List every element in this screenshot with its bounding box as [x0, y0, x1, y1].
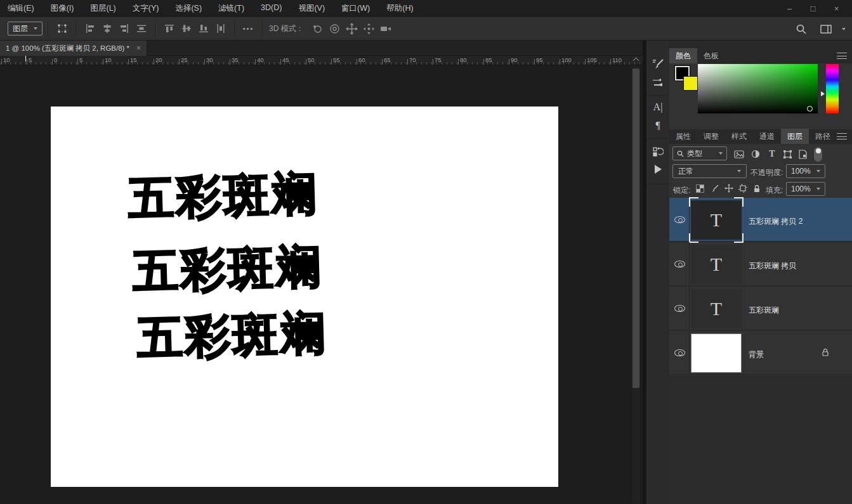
- text-layer-thumbnail[interactable]: T: [691, 289, 742, 328]
- canvas-area[interactable]: 五彩斑斓 五彩斑斓 五彩斑斓: [0, 65, 643, 504]
- 3d-camera-icon[interactable]: [377, 20, 395, 37]
- layer-name[interactable]: 五彩斑斓: [749, 305, 779, 316]
- filter-shape-layers-icon[interactable]: [781, 148, 794, 160]
- ruler-tick: [27, 59, 27, 65]
- document-canvas[interactable]: 五彩斑斓 五彩斑斓 五彩斑斓: [51, 107, 558, 487]
- actions-panel-icon[interactable]: [646, 160, 669, 178]
- align-bottom-edges-icon[interactable]: [195, 20, 212, 37]
- align-left-edges-icon[interactable]: [81, 20, 98, 37]
- filter-smart-objects-icon[interactable]: [796, 148, 809, 160]
- menu-item-8[interactable]: 窗口(W): [341, 3, 370, 14]
- tab-adjustments[interactable]: 调整: [697, 129, 725, 144]
- saturation-brightness-field[interactable]: [698, 64, 818, 113]
- lock-artboard-icon[interactable]: [737, 183, 749, 194]
- filter-pixel-layers-icon[interactable]: [733, 148, 745, 160]
- menu-item-4[interactable]: 选择(S): [175, 3, 202, 14]
- visibility-eye-icon[interactable]: [674, 349, 685, 356]
- search-icon[interactable]: [792, 21, 809, 37]
- layer-row-original[interactable]: T 五彩斑斓: [669, 287, 852, 331]
- align-top-edges-icon[interactable]: [161, 20, 178, 37]
- fill-value: 100%: [791, 184, 811, 193]
- ruler-number: 65: [384, 56, 391, 63]
- lock-label: 锁定:: [673, 185, 690, 196]
- layer-filtering-toggle[interactable]: [814, 147, 822, 162]
- vertical-scrollbar[interactable]: [632, 66, 640, 503]
- hue-slider-handle[interactable]: [821, 91, 825, 96]
- align-horizontal-centers-icon[interactable]: [98, 20, 115, 37]
- menu-item-1[interactable]: 图像(I): [51, 3, 74, 14]
- tab-properties[interactable]: 属性: [669, 129, 697, 144]
- layer-row-copy-2[interactable]: T 五彩斑斓 拷贝 2: [669, 198, 852, 242]
- layer-filter-type-dropdown[interactable]: 类型: [672, 146, 727, 160]
- more-options-button[interactable]: •••: [240, 20, 257, 37]
- lock-image-pixels-icon[interactable]: [709, 183, 721, 194]
- brushes-panel-icon[interactable]: [646, 74, 669, 91]
- 3d-orbit-icon[interactable]: [309, 20, 326, 37]
- filter-type-layers-icon[interactable]: T: [766, 148, 778, 160]
- hue-strip[interactable]: [826, 64, 839, 113]
- maximize-icon[interactable]: □: [801, 0, 825, 17]
- menu-item-3[interactable]: 文字(Y): [133, 3, 159, 14]
- horizontal-ruler[interactable]: 1050510152025303540455055606570758085909…: [0, 56, 643, 65]
- close-icon[interactable]: ×: [825, 0, 848, 17]
- align-right-edges-icon[interactable]: [115, 20, 133, 37]
- text-layer-thumbnail[interactable]: T: [691, 200, 742, 240]
- tab-styles[interactable]: 样式: [725, 129, 753, 144]
- panel-menu-icon[interactable]: [837, 133, 847, 139]
- layer-row-background[interactable]: 背景: [669, 331, 852, 375]
- layer-row-copy[interactable]: T 五彩斑斓 拷贝: [669, 242, 852, 287]
- 3d-slide-icon[interactable]: [360, 20, 377, 37]
- tab-color[interactable]: 颜色: [669, 48, 697, 63]
- tab-layers[interactable]: 图层: [781, 129, 809, 144]
- tab-channels[interactable]: 通道: [753, 129, 781, 144]
- background-color-swatch[interactable]: [683, 76, 698, 91]
- menu-item-9[interactable]: 帮助(H): [386, 3, 413, 14]
- lock-transparency-icon[interactable]: [693, 183, 706, 194]
- paragraph-panel-icon[interactable]: ¶: [646, 117, 669, 134]
- ruler-tick: [610, 59, 611, 65]
- 3d-pan-icon[interactable]: [343, 20, 360, 37]
- tab-close-icon[interactable]: ×: [136, 44, 141, 53]
- menu-item-5[interactable]: 滤镜(T): [218, 3, 244, 14]
- visibility-eye-icon[interactable]: [674, 261, 685, 268]
- menu-item-2[interactable]: 图层(L): [90, 3, 115, 14]
- visibility-eye-icon[interactable]: [674, 305, 685, 312]
- ruler-tick: [52, 59, 53, 65]
- filter-adjustment-layers-icon[interactable]: [749, 148, 762, 160]
- tab-paths[interactable]: 路径: [809, 129, 837, 144]
- character-panel-icon[interactable]: A|: [646, 98, 669, 116]
- minimize-icon[interactable]: –: [778, 0, 801, 17]
- menu-item-6[interactable]: 3D(D): [261, 3, 282, 14]
- vertical-scrollbar-thumb[interactable]: [632, 68, 639, 388]
- tab-swatches[interactable]: 色板: [697, 48, 725, 63]
- layer-name[interactable]: 背景: [749, 349, 764, 360]
- lock-position-icon[interactable]: [723, 183, 735, 194]
- panel-menu-icon[interactable]: [837, 53, 847, 59]
- chevron-down-icon[interactable]: [842, 28, 846, 30]
- canvas-text-line-1[interactable]: 五彩斑斓: [128, 171, 319, 221]
- lock-all-icon[interactable]: [750, 183, 763, 194]
- fill-input[interactable]: 100%: [786, 182, 825, 196]
- auto-select-dropdown[interactable]: 图层: [8, 22, 43, 36]
- align-vertical-centers-icon[interactable]: [178, 20, 195, 37]
- background-layer-thumbnail[interactable]: [691, 333, 742, 373]
- blend-mode-dropdown[interactable]: 正常: [672, 164, 747, 178]
- distribute-horizontal-icon[interactable]: [133, 20, 150, 37]
- history-panel-icon[interactable]: [646, 143, 669, 160]
- canvas-text-line-2[interactable]: 五彩斑斓: [132, 243, 324, 294]
- canvas-text-line-3[interactable]: 五彩斑斓: [136, 310, 328, 361]
- opacity-input[interactable]: 100%: [786, 164, 825, 178]
- workspace-switcher-icon[interactable]: [817, 21, 834, 37]
- menu-item-7[interactable]: 视图(V): [298, 3, 325, 14]
- menu-item-0[interactable]: 编辑(E): [8, 3, 34, 14]
- text-layer-thumbnail[interactable]: T: [691, 245, 742, 284]
- brush-settings-panel-icon[interactable]: [646, 55, 669, 73]
- color-picker-handle[interactable]: [807, 106, 813, 112]
- layer-name[interactable]: 五彩斑斓 拷贝 2: [749, 216, 803, 227]
- show-transform-controls-icon[interactable]: [53, 20, 70, 37]
- 3d-roll-icon[interactable]: [326, 20, 343, 37]
- layer-name[interactable]: 五彩斑斓 拷贝: [749, 261, 796, 271]
- distribute-vertical-icon[interactable]: [212, 20, 229, 37]
- visibility-eye-icon[interactable]: [674, 216, 685, 223]
- document-tab[interactable]: 1 @ 100% (五彩斑斓 拷贝 2, RGB/8) * ×: [0, 41, 147, 56]
